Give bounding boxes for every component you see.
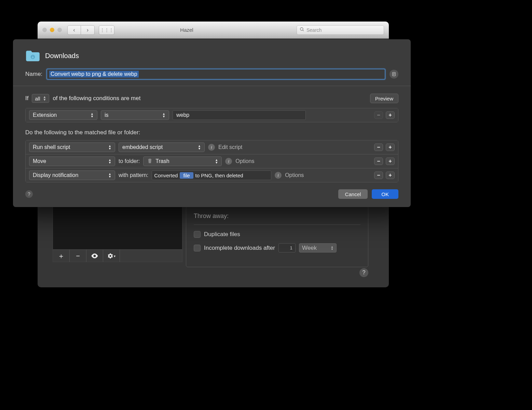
row-buttons: − + xyxy=(374,111,395,119)
add-condition-button[interactable]: + xyxy=(386,111,395,119)
attribute-value: Extension xyxy=(33,112,57,118)
maximize-window-button[interactable] xyxy=(57,28,62,32)
chevron-left-icon: ‹ xyxy=(73,27,75,33)
add-action-button[interactable]: + xyxy=(386,158,395,165)
grid-view-button[interactable]: ⋮⋮⋮ xyxy=(99,25,114,35)
options-link[interactable]: Options xyxy=(235,158,254,164)
notification-pattern-input[interactable]: Converted file to PNG, then deleted xyxy=(152,170,271,180)
stepper-arrows-icon: ▲▼ xyxy=(43,96,46,101)
action-type-value: Display notification xyxy=(33,172,78,178)
duplicate-files-checkbox[interactable] xyxy=(194,231,201,238)
trash-icon xyxy=(148,158,152,165)
conditions-header: If all ▲▼ of the following conditions ar… xyxy=(25,94,398,103)
stepper-arrows-icon: ▲▼ xyxy=(108,145,111,150)
remove-action-button[interactable]: − xyxy=(374,172,383,179)
with-pattern-label: with pattern: xyxy=(119,172,148,178)
info-icon[interactable]: i xyxy=(208,144,215,151)
window-controls xyxy=(42,28,62,32)
chevron-right-icon: › xyxy=(87,27,88,33)
stepper-arrows-icon: ▲▼ xyxy=(108,159,111,164)
stepper-arrows-icon: ▲▼ xyxy=(162,112,165,118)
preview-rule-button[interactable] xyxy=(86,250,103,262)
to-folder-label: to folder: xyxy=(119,158,140,164)
incomplete-downloads-row: Incomplete downloads after Week ▲▼ xyxy=(194,243,360,252)
condition-scope-select[interactable]: all ▲▼ xyxy=(32,94,49,103)
if-post-text: of the following conditions are met xyxy=(53,95,140,102)
window-title: Hazel xyxy=(114,27,259,33)
stepper-arrows-icon: ▲▼ xyxy=(108,173,111,178)
file-token: file xyxy=(180,172,193,179)
grid-icon: ⋮⋮⋮ xyxy=(100,27,113,32)
rule-settings-button[interactable]: ▾ xyxy=(103,250,120,262)
rule-name-input[interactable]: Convert webp to png & delete webp xyxy=(46,69,385,80)
if-text: If xyxy=(25,95,28,102)
back-button[interactable]: ‹ xyxy=(67,25,81,35)
preview-button[interactable]: Preview xyxy=(370,94,398,103)
ok-button[interactable]: OK xyxy=(372,189,398,199)
name-row: Name: Convert webp to png & delete webp xyxy=(25,69,398,80)
duplicate-files-label: Duplicate files xyxy=(204,231,240,238)
action-row: Run shell script ▲▼ embedded script ▲▼ i… xyxy=(26,140,398,154)
folder-name: Downloads xyxy=(45,52,79,60)
add-action-button[interactable]: + xyxy=(386,172,395,179)
action-type-select[interactable]: Display notification ▲▼ xyxy=(29,170,115,180)
close-window-button[interactable] xyxy=(42,28,47,32)
remove-action-button[interactable]: − xyxy=(374,144,383,151)
condition-attribute-select[interactable]: Extension ▲▼ xyxy=(29,110,97,120)
svg-line-1 xyxy=(303,30,304,31)
row-buttons: − + xyxy=(374,144,395,151)
duplicate-files-row: Duplicate files xyxy=(194,231,360,238)
script-source-select[interactable]: embedded script ▲▼ xyxy=(119,142,205,152)
search-input[interactable]: Search xyxy=(297,25,384,35)
script-source-value: embedded script xyxy=(122,144,163,150)
notes-button[interactable] xyxy=(390,70,398,79)
condition-row: Extension ▲▼ is ▲▼ − + xyxy=(26,108,398,122)
pattern-text: Converted xyxy=(154,173,178,178)
help-button[interactable]: ? xyxy=(359,268,368,277)
cancel-button[interactable]: Cancel xyxy=(338,189,368,199)
target-folder-select[interactable]: Trash ▲▼ xyxy=(143,156,222,166)
rule-name-value: Convert webp to png & delete webp xyxy=(49,71,139,78)
operator-value: is xyxy=(105,112,109,118)
folder-icon xyxy=(25,50,40,62)
minimize-window-button[interactable] xyxy=(50,28,54,32)
info-icon[interactable]: i xyxy=(225,158,232,165)
action-type-value: Run shell script xyxy=(33,144,70,150)
incomplete-downloads-checkbox[interactable] xyxy=(194,245,201,251)
search-icon xyxy=(300,27,304,33)
info-icon[interactable]: i xyxy=(275,172,282,179)
rules-toolbar: ＋ − ▾ xyxy=(53,249,182,262)
svg-point-0 xyxy=(300,28,303,30)
stepper-arrows-icon: ▲▼ xyxy=(91,112,94,118)
condition-operator-select[interactable]: is ▲▼ xyxy=(101,110,169,120)
add-rule-button[interactable]: ＋ xyxy=(53,250,70,262)
pattern-text: to PNG, then deleted xyxy=(195,173,243,178)
actions-label: Do the following to the matched file or … xyxy=(25,129,398,136)
remove-rule-button[interactable]: − xyxy=(70,250,86,262)
action-row: Display notification ▲▼ with pattern: Co… xyxy=(26,168,398,182)
rule-editor-dialog: Downloads Name: Convert webp to png & de… xyxy=(13,39,411,207)
remove-condition-button[interactable]: − xyxy=(374,111,383,119)
stepper-arrows-icon: ▲▼ xyxy=(198,145,201,150)
forward-button[interactable]: › xyxy=(81,25,95,35)
folder-header: Downloads xyxy=(25,50,398,62)
condition-value-input[interactable] xyxy=(173,110,306,120)
action-type-select[interactable]: Run shell script ▲▼ xyxy=(29,142,115,152)
action-row: Move ▲▼ to folder: Trash ▲▼ i Options − … xyxy=(26,154,398,168)
row-buttons: − + xyxy=(374,172,395,179)
action-type-select[interactable]: Move ▲▼ xyxy=(29,156,115,166)
titlebar: ‹ › ⋮⋮⋮ Hazel Search xyxy=(38,22,389,39)
throw-away-panel: Throw away: Duplicate files Incomplete d… xyxy=(186,206,368,267)
incomplete-unit-select[interactable]: Week ▲▼ xyxy=(299,243,337,252)
action-type-value: Move xyxy=(33,158,46,164)
main-content: ＋ − ▾ Throw away: Duplicate files Inco xyxy=(38,206,389,287)
incomplete-value-input[interactable] xyxy=(278,243,296,252)
unit-value: Week xyxy=(302,245,317,251)
edit-script-link[interactable]: Edit script xyxy=(218,144,242,150)
divider xyxy=(194,224,360,225)
name-label: Name: xyxy=(25,71,42,78)
help-button[interactable]: ? xyxy=(25,190,33,198)
remove-action-button[interactable]: − xyxy=(374,158,383,165)
add-action-button[interactable]: + xyxy=(386,144,395,151)
options-link[interactable]: Options xyxy=(285,172,304,178)
